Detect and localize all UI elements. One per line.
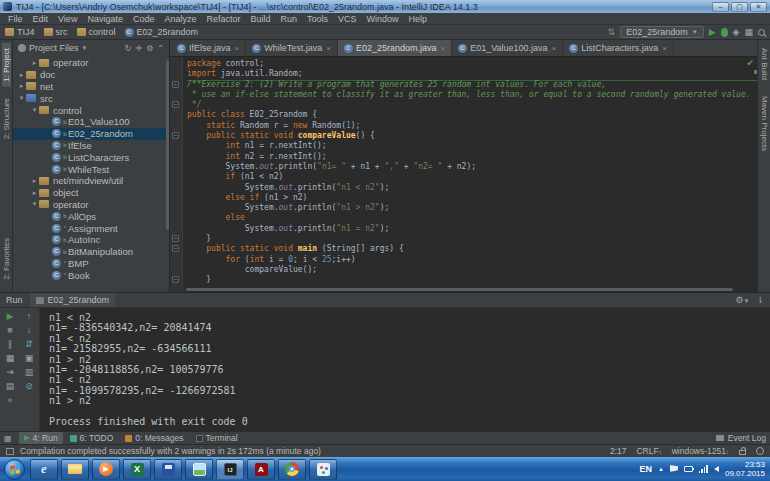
tree-item-Assignment[interactable]: C°Assignment bbox=[13, 222, 169, 234]
toolwindow-button-run[interactable]: 4: Run bbox=[19, 432, 63, 445]
taskbar-file-explorer[interactable] bbox=[61, 459, 89, 480]
menu-help[interactable]: Help bbox=[404, 14, 433, 24]
editor-hscrollbar[interactable] bbox=[186, 288, 733, 291]
breadcrumb-item[interactable]: control bbox=[77, 27, 116, 37]
tree-item-E02_25random[interactable]: CbE02_25random bbox=[13, 128, 169, 140]
language-indicator[interactable]: EN bbox=[639, 464, 652, 474]
menu-tools[interactable]: Tools bbox=[302, 14, 333, 24]
settings-grid-icon[interactable]: ▦ bbox=[744, 28, 753, 37]
taskbar-intellij-idea[interactable]: IJ bbox=[216, 459, 244, 480]
search-icon[interactable] bbox=[758, 29, 765, 36]
gear-icon[interactable]: ⚙▼ bbox=[735, 295, 749, 305]
menu-file[interactable]: File bbox=[3, 14, 28, 24]
fold-icon[interactable]: − bbox=[172, 245, 179, 252]
tree-item-src[interactable]: ▾src bbox=[13, 92, 169, 104]
action-center-flag-icon[interactable] bbox=[670, 465, 678, 473]
toolwindow-quick-access-icon[interactable]: ▦ bbox=[4, 434, 12, 443]
toolwindow-button-favorites[interactable]: 2: Favorites bbox=[2, 233, 11, 285]
stop-icon[interactable]: ■ bbox=[4, 325, 17, 335]
toolwindow-button-messages[interactable]: 0: Messages bbox=[120, 432, 188, 445]
code-area[interactable]: package control;import java.util.Random;… bbox=[183, 57, 757, 292]
fold-icon[interactable]: − bbox=[172, 101, 179, 108]
menu-refactor[interactable]: Refactor bbox=[201, 14, 245, 24]
fold-icon[interactable]: − bbox=[172, 81, 179, 88]
show-console-icon[interactable]: ▤ bbox=[4, 381, 17, 391]
down-stack-trace-icon[interactable]: ↓ bbox=[23, 325, 36, 335]
tree-item-BitManipulation[interactable]: CbBitManipulation bbox=[13, 246, 169, 258]
taskbar-media-player[interactable]: ▶ bbox=[92, 459, 120, 480]
network-icon[interactable] bbox=[699, 465, 708, 473]
hide-panel-icon[interactable]: ⌃ bbox=[157, 44, 164, 53]
vcs-update-icon[interactable]: ⇅ bbox=[608, 28, 616, 37]
editor-body[interactable]: −−−−−− package control;import java.util.… bbox=[170, 57, 757, 292]
tree-item-control[interactable]: ▾control bbox=[13, 104, 169, 116]
rerun-icon[interactable]: ▶ bbox=[4, 311, 17, 321]
gear-icon[interactable]: ⚙ bbox=[146, 44, 153, 53]
tree-item-net/mindview/util[interactable]: ▸net/mindview/util bbox=[13, 175, 169, 187]
lock-icon[interactable] bbox=[739, 450, 746, 455]
tree-item-Book[interactable]: C°Book bbox=[13, 269, 169, 281]
toolwindow-button-ant-build[interactable]: Ant Build bbox=[760, 43, 769, 85]
tree-item-AllOps[interactable]: CbAllOps bbox=[13, 210, 169, 222]
menu-analyze[interactable]: Analyze bbox=[159, 14, 201, 24]
toolwindow-button-project[interactable]: 1: Project bbox=[2, 43, 11, 87]
tree-item-net[interactable]: ▸net bbox=[13, 81, 169, 93]
start-button[interactable] bbox=[4, 459, 25, 480]
minimize-button[interactable]: – bbox=[712, 2, 729, 12]
tab-ListCharacters.java[interactable]: CListCharacters.java× bbox=[563, 40, 674, 56]
breadcrumb-item[interactable]: TIJ4 bbox=[5, 27, 35, 37]
tree-item-AutoInc[interactable]: CbAutoInc bbox=[13, 234, 169, 246]
taskbar-image-viewer[interactable] bbox=[185, 459, 213, 480]
tab-E01_Value100.java[interactable]: CE01_Value100.java× bbox=[452, 40, 563, 56]
collapse-all-icon[interactable]: ✛ bbox=[135, 44, 142, 53]
toolwindow-button-todo[interactable]: 6: TODO bbox=[65, 432, 119, 445]
clock[interactable]: 23:53 09.07.2015 bbox=[725, 460, 765, 478]
close-icon[interactable]: × bbox=[662, 44, 667, 53]
hector-inspector-icon[interactable] bbox=[756, 447, 764, 455]
exit-icon[interactable]: ⇥ bbox=[4, 367, 17, 377]
taskbar-floppy[interactable] bbox=[154, 459, 182, 480]
tab-E02_25random.java[interactable]: CE02_25random.java× bbox=[338, 40, 452, 56]
encoding-selector[interactable]: windows-1251↕ bbox=[672, 446, 729, 456]
tree-item-BMP[interactable]: C°BMP bbox=[13, 258, 169, 270]
menu-code[interactable]: Code bbox=[128, 14, 160, 24]
fold-icon[interactable]: − bbox=[172, 132, 179, 139]
menu-edit[interactable]: Edit bbox=[28, 14, 54, 24]
tree-scrollbar[interactable] bbox=[166, 60, 169, 230]
event-log-button[interactable]: Event Log bbox=[728, 433, 766, 443]
console-output[interactable]: n1 < n2n1= -836540342,n2= 20841474n1 < n… bbox=[40, 308, 770, 431]
taskbar-adobe-reader[interactable]: A bbox=[247, 459, 275, 480]
clear-all-icon[interactable]: ⊘ bbox=[23, 381, 36, 391]
volume-icon[interactable] bbox=[714, 466, 719, 472]
tree-item-E01_Value100[interactable]: CbE01_Value100 bbox=[13, 116, 169, 128]
close-button[interactable]: ✕ bbox=[750, 2, 767, 12]
tab-IfElse.java[interactable]: CIfElse.java× bbox=[171, 40, 246, 56]
maximize-button[interactable]: ▢ bbox=[731, 2, 748, 12]
toolwindow-button-terminal[interactable]: Terminal bbox=[191, 432, 243, 445]
hide-panel-icon[interactable]: ⇂ bbox=[756, 295, 764, 305]
close-icon[interactable]: × bbox=[326, 44, 331, 53]
close-icon[interactable]: × bbox=[440, 44, 445, 53]
run-button[interactable]: ▶ bbox=[709, 28, 716, 37]
locate-icon[interactable]: ↻ bbox=[125, 44, 132, 53]
fold-icon[interactable]: − bbox=[172, 276, 179, 283]
taskbar-internet-explorer[interactable]: e bbox=[30, 459, 58, 480]
menu-run[interactable]: Run bbox=[276, 14, 303, 24]
menu-vcs[interactable]: VCS bbox=[333, 14, 362, 24]
coverage-button[interactable]: ◈ bbox=[733, 28, 740, 37]
background-tasks-icon[interactable] bbox=[6, 448, 14, 455]
tree-item-operator[interactable]: ▾operator bbox=[13, 199, 169, 211]
menu-build[interactable]: Build bbox=[245, 14, 275, 24]
menu-view[interactable]: View bbox=[53, 14, 82, 24]
close-icon[interactable]: × bbox=[552, 44, 557, 53]
print-icon[interactable]: ▥ bbox=[23, 367, 36, 377]
show-hidden-icons[interactable]: ▲ bbox=[658, 466, 664, 472]
project-view-select[interactable]: Project Files bbox=[29, 43, 79, 53]
taskbar-excel[interactable]: X bbox=[123, 459, 151, 480]
up-stack-trace-icon[interactable]: ↑ bbox=[23, 311, 36, 321]
tree-item-IfElse[interactable]: CbIfElse bbox=[13, 140, 169, 152]
caret-position[interactable]: 2:17 bbox=[610, 446, 627, 456]
run-tab[interactable]: E02_25random bbox=[30, 293, 116, 307]
menu-window[interactable]: Window bbox=[362, 14, 404, 24]
debug-button[interactable] bbox=[721, 28, 728, 37]
